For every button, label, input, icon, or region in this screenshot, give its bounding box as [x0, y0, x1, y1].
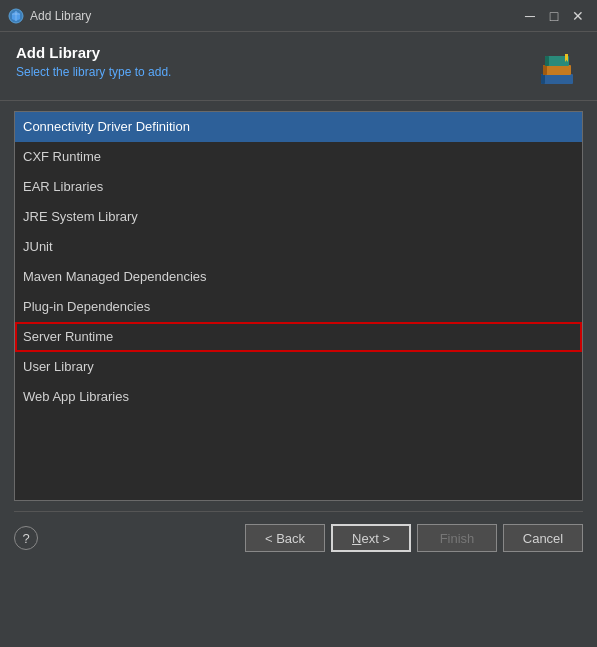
- dialog-subtitle: Select the library type to add.: [16, 65, 171, 79]
- list-item[interactable]: Server Runtime: [15, 322, 582, 352]
- dialog-title: Add Library: [16, 44, 171, 61]
- next-underline: N: [352, 531, 361, 546]
- next-label: Next >: [352, 531, 390, 546]
- list-item[interactable]: Plug-in Dependencies: [15, 292, 582, 322]
- svg-rect-2: [541, 74, 545, 84]
- title-bar: Add Library ─ □ ✕: [0, 0, 597, 32]
- list-item[interactable]: CXF Runtime: [15, 142, 582, 172]
- window-controls: ─ □ ✕: [519, 5, 589, 27]
- list-item[interactable]: JRE System Library: [15, 202, 582, 232]
- back-button[interactable]: < Back: [245, 524, 325, 552]
- close-button[interactable]: ✕: [567, 5, 589, 27]
- minimize-button[interactable]: ─: [519, 5, 541, 27]
- app-icon: [8, 8, 24, 24]
- svg-rect-3: [543, 65, 571, 75]
- list-item[interactable]: Maven Managed Dependencies: [15, 262, 582, 292]
- svg-rect-1: [541, 74, 573, 84]
- cancel-button[interactable]: Cancel: [503, 524, 583, 552]
- finish-button[interactable]: Finish: [417, 524, 497, 552]
- list-item[interactable]: Web App Libraries: [15, 382, 582, 412]
- library-list[interactable]: Connectivity Driver DefinitionCXF Runtim…: [14, 111, 583, 501]
- list-item[interactable]: User Library: [15, 352, 582, 382]
- next-rest: ext >: [361, 531, 390, 546]
- header-icon: [533, 44, 581, 92]
- button-bar: ? < Back Next > Finish Cancel: [0, 512, 597, 564]
- header-text: Add Library Select the library type to a…: [16, 44, 171, 79]
- list-item[interactable]: Connectivity Driver Definition: [15, 112, 582, 142]
- help-button[interactable]: ?: [14, 526, 38, 550]
- list-item[interactable]: JUnit: [15, 232, 582, 262]
- maximize-button[interactable]: □: [543, 5, 565, 27]
- next-button[interactable]: Next >: [331, 524, 411, 552]
- list-item[interactable]: EAR Libraries: [15, 172, 582, 202]
- window-title: Add Library: [30, 9, 519, 23]
- svg-rect-4: [543, 65, 547, 75]
- svg-rect-6: [545, 56, 549, 66]
- header-section: Add Library Select the library type to a…: [0, 32, 597, 101]
